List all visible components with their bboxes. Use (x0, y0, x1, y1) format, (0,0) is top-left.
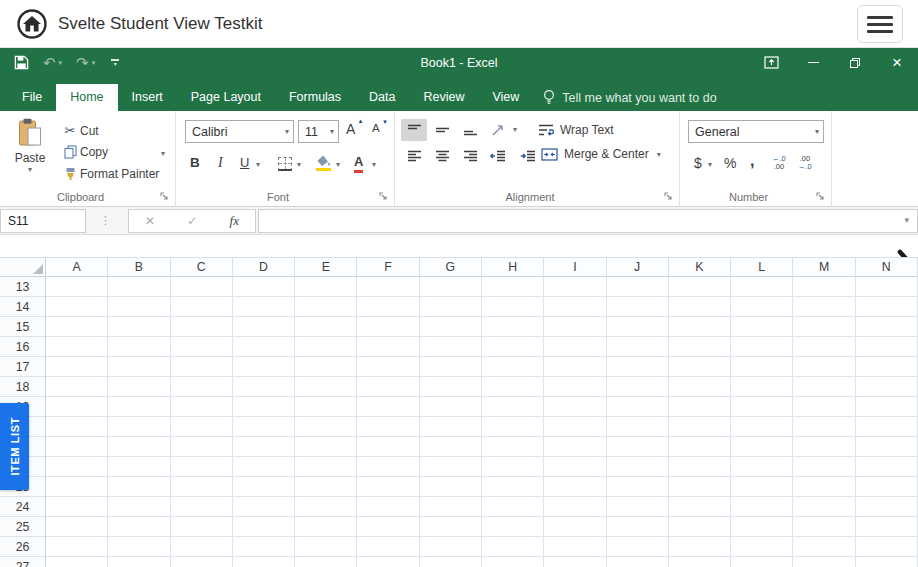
cell-I23[interactable] (544, 477, 606, 497)
cell-A22[interactable] (46, 457, 108, 477)
cell-H13[interactable] (482, 277, 544, 297)
cell-H26[interactable] (482, 537, 544, 557)
cell-B25[interactable] (108, 517, 170, 537)
cell-G22[interactable] (420, 457, 482, 477)
tab-file[interactable]: File (8, 84, 56, 111)
cell-B27[interactable] (108, 557, 170, 567)
select-all-button[interactable] (0, 258, 46, 277)
cell-J15[interactable] (607, 317, 669, 337)
cell-K24[interactable] (669, 497, 731, 517)
cell-B14[interactable] (108, 297, 170, 317)
tab-page-layout[interactable]: Page Layout (177, 84, 275, 111)
cell-M16[interactable] (793, 337, 855, 357)
cell-F21[interactable] (357, 437, 419, 457)
cell-H20[interactable] (482, 417, 544, 437)
underline-dropdown-icon[interactable]: ▾ (256, 160, 260, 169)
cell-E16[interactable] (295, 337, 357, 357)
increase-indent-button[interactable] (515, 145, 541, 167)
cell-A23[interactable] (46, 477, 108, 497)
cell-I26[interactable] (544, 537, 606, 557)
cell-N13[interactable] (856, 277, 918, 297)
cell-H23[interactable] (482, 477, 544, 497)
redo-button[interactable]: ↷ ▾ (76, 55, 95, 70)
fill-color-button[interactable] (316, 155, 331, 167)
cell-I22[interactable] (544, 457, 606, 477)
cell-C19[interactable] (171, 397, 233, 417)
cell-I20[interactable] (544, 417, 606, 437)
bold-button[interactable]: B (190, 155, 200, 170)
percent-style-button[interactable]: % (724, 155, 736, 171)
tell-me-box[interactable]: Tell me what you want to do (543, 84, 716, 111)
column-header-E[interactable]: E (295, 258, 357, 277)
font-color-button[interactable]: A (354, 154, 363, 169)
cell-J24[interactable] (607, 497, 669, 517)
cell-N23[interactable] (856, 477, 918, 497)
cell-C16[interactable] (171, 337, 233, 357)
clipboard-dialog-launcher[interactable] (160, 192, 170, 202)
merge-center-dropdown-icon[interactable]: ▾ (657, 150, 661, 159)
cell-A27[interactable] (46, 557, 108, 567)
cell-A25[interactable] (46, 517, 108, 537)
cell-L24[interactable] (731, 497, 793, 517)
cell-A14[interactable] (46, 297, 108, 317)
cell-E15[interactable] (295, 317, 357, 337)
alignment-dialog-launcher[interactable] (664, 192, 674, 202)
cell-J25[interactable] (607, 517, 669, 537)
cell-M25[interactable] (793, 517, 855, 537)
cell-J20[interactable] (607, 417, 669, 437)
column-header-B[interactable]: B (108, 258, 170, 277)
cell-M14[interactable] (793, 297, 855, 317)
cell-D15[interactable] (233, 317, 295, 337)
cell-D14[interactable] (233, 297, 295, 317)
copy-dropdown-icon[interactable]: ▾ (161, 149, 165, 158)
cell-A19[interactable] (46, 397, 108, 417)
cell-D23[interactable] (233, 477, 295, 497)
cell-A18[interactable] (46, 377, 108, 397)
cell-N20[interactable] (856, 417, 918, 437)
cell-F15[interactable] (357, 317, 419, 337)
cell-G14[interactable] (420, 297, 482, 317)
cell-L20[interactable] (731, 417, 793, 437)
cell-C13[interactable] (171, 277, 233, 297)
cell-G23[interactable] (420, 477, 482, 497)
cell-K18[interactable] (669, 377, 731, 397)
row-header-14[interactable]: 14 (0, 297, 46, 317)
cell-G20[interactable] (420, 417, 482, 437)
decrease-decimal-button[interactable]: .00 →.0 (798, 155, 812, 171)
column-header-M[interactable]: M (793, 258, 855, 277)
cell-G26[interactable] (420, 537, 482, 557)
row-header-15[interactable]: 15 (0, 317, 46, 337)
cell-F20[interactable] (357, 417, 419, 437)
enter-icon[interactable]: ✓ (187, 214, 197, 228)
cell-I16[interactable] (544, 337, 606, 357)
cell-K26[interactable] (669, 537, 731, 557)
cell-M23[interactable] (793, 477, 855, 497)
cell-M26[interactable] (793, 537, 855, 557)
cell-H22[interactable] (482, 457, 544, 477)
cell-B24[interactable] (108, 497, 170, 517)
column-header-K[interactable]: K (669, 258, 731, 277)
orientation-dropdown-icon[interactable]: ▾ (513, 125, 517, 134)
cell-B20[interactable] (108, 417, 170, 437)
cell-H16[interactable] (482, 337, 544, 357)
cell-M27[interactable] (793, 557, 855, 567)
cell-J23[interactable] (607, 477, 669, 497)
cell-M20[interactable] (793, 417, 855, 437)
cell-K17[interactable] (669, 357, 731, 377)
decrease-font-size-button[interactable]: A▾ (372, 122, 380, 134)
merge-center-button[interactable]: Merge & Center ▾ (541, 147, 661, 161)
cell-I18[interactable] (544, 377, 606, 397)
cell-K15[interactable] (669, 317, 731, 337)
cell-F25[interactable] (357, 517, 419, 537)
item-list-tab[interactable]: ITEM LIST (0, 403, 29, 490)
cell-J17[interactable] (607, 357, 669, 377)
cell-B16[interactable] (108, 337, 170, 357)
cell-M21[interactable] (793, 437, 855, 457)
cell-F26[interactable] (357, 537, 419, 557)
cell-B15[interactable] (108, 317, 170, 337)
cell-M15[interactable] (793, 317, 855, 337)
cell-I25[interactable] (544, 517, 606, 537)
cell-H27[interactable] (482, 557, 544, 567)
number-dialog-launcher[interactable] (816, 192, 826, 202)
cell-M24[interactable] (793, 497, 855, 517)
